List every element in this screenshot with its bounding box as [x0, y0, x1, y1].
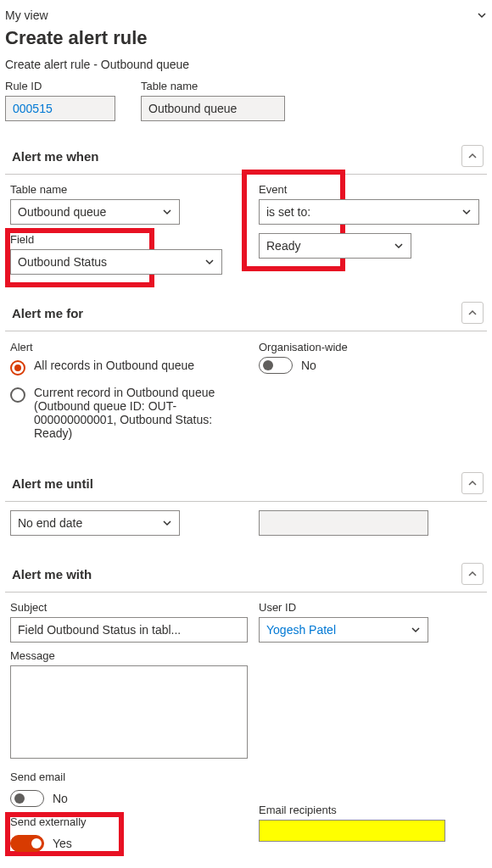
- rule-id-field[interactable]: 000515: [5, 96, 115, 121]
- user-id-label: User ID: [259, 601, 428, 614]
- aw-event-value-select[interactable]: Ready: [259, 233, 411, 259]
- chevron-up-icon: [467, 478, 478, 488]
- page-title: Create alert rule: [5, 25, 487, 58]
- aw-event-label: Event: [259, 183, 479, 196]
- send-email-label: Send email: [10, 771, 233, 783]
- user-id-value: Yogesh Patel: [266, 623, 336, 637]
- af-alert-label: Alert: [10, 341, 33, 353]
- radio-current-label: Current record in Outbound queue (Outbou…: [34, 386, 229, 440]
- send-email-toggle[interactable]: [10, 790, 44, 807]
- au-end-date-value: No end date: [18, 516, 82, 530]
- au-end-date-select[interactable]: No end date: [10, 510, 180, 536]
- chevron-down-icon: [162, 518, 172, 528]
- section-title-alert-until: Alert me until: [12, 476, 93, 491]
- collapse-button[interactable]: [461, 302, 484, 324]
- au-secondary-field[interactable]: [259, 510, 428, 536]
- aw-table-name-value: Outbound queue: [18, 205, 106, 219]
- section-title-alert-with: Alert me with: [12, 567, 92, 581]
- radio-icon: [10, 387, 25, 403]
- table-name-label: Table name: [141, 80, 285, 92]
- table-name-field[interactable]: Outbound queue: [141, 96, 285, 121]
- rule-id-value: 000515: [13, 102, 53, 115]
- chevron-up-icon: [467, 569, 478, 579]
- collapse-button[interactable]: [461, 472, 484, 494]
- section-title-alert-when: Alert me when: [12, 149, 99, 164]
- aw-field-select[interactable]: Outbound Status: [10, 249, 222, 275]
- af-orgwide-label: Organisation-wide: [259, 341, 348, 353]
- chevron-down-icon: [394, 241, 404, 251]
- section-title-alert-for: Alert me for: [12, 306, 83, 320]
- aw-event-select[interactable]: is set to:: [259, 199, 479, 225]
- rule-id-label: Rule ID: [5, 80, 115, 92]
- email-recipients-field[interactable]: [259, 820, 445, 842]
- breadcrumb: Create alert rule - Outbound queue: [5, 58, 487, 80]
- orgwide-value: No: [301, 359, 316, 372]
- aw-event-value2: Ready: [266, 239, 300, 253]
- chevron-down-icon: [411, 625, 421, 635]
- chevron-up-icon: [467, 151, 478, 161]
- chevron-down-icon: [461, 207, 472, 217]
- view-label: My view: [5, 8, 48, 22]
- send-email-value: No: [53, 792, 68, 805]
- chevron-up-icon: [467, 308, 478, 318]
- aw-table-name-label: Table name: [10, 183, 180, 196]
- view-dropdown[interactable]: My view: [5, 7, 487, 25]
- awth-message-label: Message: [10, 649, 233, 662]
- chevron-down-icon: [162, 207, 172, 217]
- collapse-button[interactable]: [461, 563, 484, 585]
- subject-field[interactable]: Field Outbound Status in tabl...: [10, 617, 248, 643]
- send-externally-toggle[interactable]: [10, 835, 44, 852]
- send-externally-value: Yes: [53, 837, 72, 850]
- radio-all-records[interactable]: All records in Outbound queue: [10, 353, 233, 381]
- chevron-down-icon: [477, 10, 487, 20]
- chevron-down-icon: [204, 257, 215, 267]
- table-name-value: Outbound queue: [148, 102, 237, 115]
- aw-event-value: is set to:: [266, 205, 310, 219]
- email-recipients-label: Email recipients: [259, 804, 482, 816]
- aw-table-name-select[interactable]: Outbound queue: [10, 199, 180, 225]
- radio-icon: [10, 360, 25, 376]
- message-field[interactable]: [10, 665, 248, 759]
- awth-subject-label: Subject: [10, 601, 248, 614]
- orgwide-toggle[interactable]: [259, 357, 293, 374]
- send-externally-label: Send externally: [10, 815, 146, 828]
- subject-value: Field Outbound Status in tabl...: [18, 623, 181, 637]
- radio-current-record[interactable]: Current record in Outbound queue (Outbou…: [10, 381, 233, 445]
- collapse-button[interactable]: [461, 145, 484, 167]
- aw-field-label: Field: [10, 233, 222, 246]
- radio-all-label: All records in Outbound queue: [34, 359, 194, 372]
- user-id-select[interactable]: Yogesh Patel: [259, 617, 428, 643]
- aw-field-value: Outbound Status: [18, 255, 107, 269]
